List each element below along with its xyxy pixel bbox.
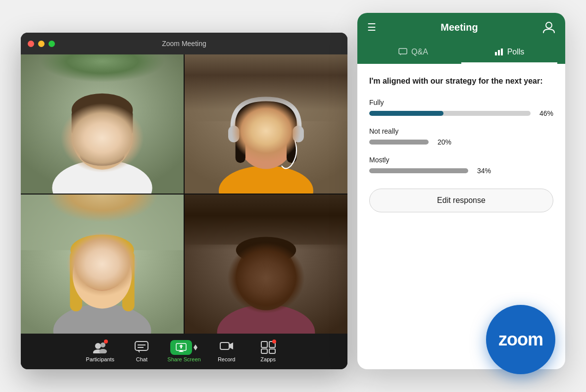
svg-point-8 bbox=[109, 128, 119, 136]
tab-polls[interactable]: Polls bbox=[461, 42, 557, 64]
svg-point-27 bbox=[276, 131, 281, 137]
poll-option-mostly: Mostly 34% bbox=[369, 156, 553, 175]
zapps-icon bbox=[259, 341, 277, 354]
poll-percent-not-really: 20% bbox=[434, 138, 451, 146]
poll-option-fully-label: Fully bbox=[369, 98, 553, 106]
svg-point-38 bbox=[109, 267, 119, 276]
zapps-notification-dot bbox=[272, 340, 276, 343]
hamburger-icon[interactable]: ☰ bbox=[367, 21, 376, 33]
poll-bar-track-fully bbox=[369, 111, 531, 116]
svg-point-51 bbox=[276, 271, 283, 277]
svg-rect-74 bbox=[399, 49, 407, 54]
title-bar: Zoom Meeting bbox=[21, 33, 347, 54]
svg-marker-65 bbox=[194, 344, 197, 347]
video-grid bbox=[21, 54, 347, 334]
zapps-label: Zapps bbox=[260, 356, 276, 362]
profile-icon[interactable] bbox=[542, 21, 555, 34]
tab-qa-label: Q&A bbox=[411, 48, 428, 56]
svg-point-19 bbox=[236, 98, 297, 129]
svg-rect-5 bbox=[72, 110, 80, 135]
svg-rect-57 bbox=[135, 342, 148, 350]
svg-point-1 bbox=[52, 160, 152, 194]
tab-qa[interactable]: Q&A bbox=[365, 42, 461, 64]
zoom-logo-text: zoom bbox=[498, 329, 543, 350]
svg-marker-66 bbox=[194, 347, 197, 350]
svg-rect-63 bbox=[179, 351, 184, 352]
poll-bar-row-fully: 46% bbox=[369, 109, 553, 117]
svg-rect-67 bbox=[220, 343, 229, 349]
poll-percent-fully: 46% bbox=[536, 109, 553, 117]
svg-point-25 bbox=[272, 130, 282, 138]
svg-point-4 bbox=[72, 94, 133, 127]
svg-rect-20 bbox=[236, 113, 245, 163]
svg-rect-77 bbox=[498, 50, 500, 55]
minimize-button[interactable] bbox=[38, 41, 45, 47]
svg-rect-45 bbox=[256, 288, 276, 306]
svg-point-52 bbox=[260, 278, 271, 286]
svg-point-44 bbox=[217, 305, 315, 334]
zapps-button[interactable]: Zapps bbox=[252, 341, 284, 362]
edit-response-button[interactable]: Edit response bbox=[369, 189, 553, 212]
zoom-desktop-window: Zoom Meeting bbox=[21, 33, 347, 369]
record-icon bbox=[218, 341, 236, 354]
svg-point-47 bbox=[236, 237, 296, 263]
svg-point-9 bbox=[88, 130, 94, 136]
poll-bar-fill-mostly bbox=[369, 168, 468, 173]
svg-point-3 bbox=[72, 100, 133, 169]
share-screen-button[interactable]: Share Screen bbox=[167, 341, 200, 362]
qa-icon bbox=[398, 48, 407, 56]
share-screen-label: Share Screen bbox=[167, 356, 200, 362]
poll-bar-row-mostly: 34% bbox=[369, 167, 553, 175]
svg-point-16 bbox=[219, 166, 313, 194]
svg-rect-33 bbox=[122, 250, 135, 311]
participants-button[interactable]: Participants bbox=[84, 341, 116, 362]
svg-rect-69 bbox=[261, 342, 267, 347]
record-button[interactable]: Record bbox=[211, 341, 243, 362]
mobile-tabs: Q&A Polls bbox=[357, 42, 565, 64]
video-cell-4 bbox=[185, 195, 347, 334]
poll-bar-track-not-really bbox=[369, 140, 429, 145]
svg-rect-71 bbox=[261, 349, 267, 353]
chat-icon bbox=[133, 341, 150, 354]
svg-marker-68 bbox=[229, 343, 233, 349]
svg-point-50 bbox=[251, 271, 258, 277]
svg-rect-22 bbox=[228, 126, 239, 143]
poll-bar-fill-not-really bbox=[369, 140, 429, 145]
close-button[interactable] bbox=[28, 41, 34, 47]
poll-percent-mostly: 34% bbox=[473, 167, 491, 175]
svg-rect-76 bbox=[495, 52, 497, 55]
chat-button[interactable]: Chat bbox=[126, 341, 157, 362]
svg-rect-32 bbox=[70, 250, 82, 311]
poll-bar-track-mostly bbox=[369, 168, 468, 173]
poll-question: I'm aligned with our strategy for the ne… bbox=[369, 76, 553, 87]
share-screen-icon bbox=[170, 341, 198, 354]
fullscreen-button[interactable] bbox=[49, 41, 55, 47]
video-cell-1 bbox=[21, 54, 184, 194]
poll-option-not-really-label: Not really bbox=[369, 127, 553, 135]
svg-rect-43 bbox=[185, 195, 347, 245]
record-label: Record bbox=[218, 356, 235, 362]
svg-rect-15 bbox=[185, 54, 347, 121]
video-cell-3 bbox=[21, 195, 184, 334]
svg-point-31 bbox=[53, 304, 151, 334]
svg-rect-78 bbox=[501, 49, 503, 55]
svg-point-48 bbox=[248, 269, 259, 278]
svg-point-37 bbox=[85, 267, 95, 276]
svg-point-12 bbox=[80, 146, 125, 165]
mobile-header-title: Meeting bbox=[376, 22, 542, 33]
svg-rect-21 bbox=[287, 113, 296, 163]
svg-point-53 bbox=[95, 343, 101, 349]
participants-icon bbox=[91, 341, 109, 354]
chat-label: Chat bbox=[136, 356, 147, 362]
svg-rect-17 bbox=[256, 148, 276, 166]
svg-rect-62 bbox=[180, 350, 183, 351]
svg-point-39 bbox=[88, 269, 94, 275]
poll-option-fully: Fully 46% bbox=[369, 98, 553, 117]
svg-point-10 bbox=[113, 130, 118, 136]
traffic-lights bbox=[28, 41, 55, 47]
svg-rect-2 bbox=[91, 146, 113, 165]
video-cell-2 bbox=[185, 54, 347, 194]
svg-point-40 bbox=[112, 269, 118, 275]
mobile-header: ☰ Meeting bbox=[357, 13, 565, 42]
svg-point-56 bbox=[99, 349, 107, 353]
